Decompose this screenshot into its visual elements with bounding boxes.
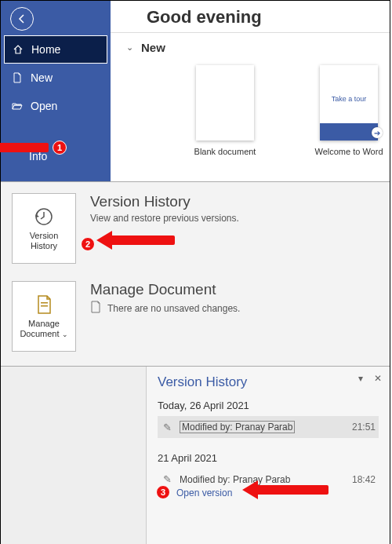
- annotation-arrow-3: [242, 480, 328, 499]
- svg-rect-1: [41, 302, 48, 304]
- sidebar-item-label: Home: [31, 43, 60, 56]
- pane-title: Version History: [158, 374, 379, 390]
- template-caption: Welcome to Word: [311, 147, 387, 156]
- card-label: Version History: [30, 231, 59, 251]
- template-thumbnail: [196, 65, 254, 141]
- sidebar-item-new[interactable]: New: [1, 64, 111, 92]
- version-history-desc: View and restore previous versions.: [90, 213, 239, 224]
- vh-modified-by: Modified by: Pranay Parab: [180, 421, 295, 433]
- annotation-badge-2: 2: [81, 237, 95, 251]
- annotation-badge-3: 3: [156, 485, 170, 499]
- chevron-down-icon: ⌄: [62, 330, 68, 338]
- version-history-pane: ▾ ✕ Version History Today, 26 April 2021…: [146, 367, 390, 544]
- template-caption: Blank document: [187, 147, 263, 156]
- sidebar-item-label: New: [31, 71, 53, 84]
- annotation-badge-1: 1: [53, 141, 67, 155]
- section-label: New: [141, 41, 165, 54]
- page-icon: [12, 72, 23, 83]
- history-icon: [33, 206, 55, 228]
- back-button[interactable]: [10, 7, 34, 31]
- sidebar-item-open[interactable]: Open: [1, 92, 111, 120]
- open-version-link[interactable]: Open version: [176, 487, 232, 498]
- manage-document-heading: Manage Document: [90, 281, 240, 298]
- card-label: Manage Document ⌄: [20, 319, 67, 339]
- template-thumbnail: Take a tour ➔: [320, 65, 378, 141]
- close-icon[interactable]: ✕: [374, 373, 382, 384]
- version-history-card[interactable]: Version History: [12, 193, 76, 264]
- sidebar-item-label: Open: [31, 100, 57, 112]
- pencil-icon: ✎: [161, 422, 173, 433]
- vh-blank-area: [1, 367, 146, 544]
- sidebar-item-home[interactable]: Home: [4, 35, 107, 64]
- pane-options-icon[interactable]: ▾: [358, 373, 363, 384]
- page-title: Good evening: [147, 7, 390, 27]
- home-icon: [13, 44, 24, 55]
- template-welcome[interactable]: Take a tour ➔ Welcome to Word: [311, 65, 387, 156]
- document-small-icon: [90, 301, 101, 316]
- start-area: Good evening ⌄ New Blank document Take a…: [111, 1, 390, 181]
- annotation-arrow-2: [96, 231, 175, 250]
- svg-rect-2: [41, 305, 48, 307]
- tour-text: Take a tour: [320, 95, 378, 103]
- folder-open-icon: [12, 100, 23, 111]
- vh-date-group: Today, 26 April 2021: [158, 400, 379, 411]
- chevron-down-icon: ⌄: [126, 42, 133, 53]
- version-history-heading: Version History: [90, 193, 239, 210]
- pencil-icon: ✎: [161, 473, 173, 485]
- document-icon: [33, 294, 55, 316]
- manage-document-card[interactable]: Manage Document ⌄: [12, 281, 76, 352]
- new-section-toggle[interactable]: ⌄ New: [126, 41, 390, 54]
- arrow-right-icon: ➔: [372, 127, 383, 138]
- manage-document-desc: There are no unsaved changes.: [90, 301, 240, 316]
- vh-date-group: 21 April 2021: [158, 452, 379, 464]
- vh-time: 18:42: [352, 474, 376, 485]
- template-blank[interactable]: Blank document: [187, 65, 263, 156]
- vh-entry[interactable]: ✎ Modified by: Pranay Parab 21:51: [158, 416, 379, 438]
- vh-time: 21:51: [352, 422, 376, 433]
